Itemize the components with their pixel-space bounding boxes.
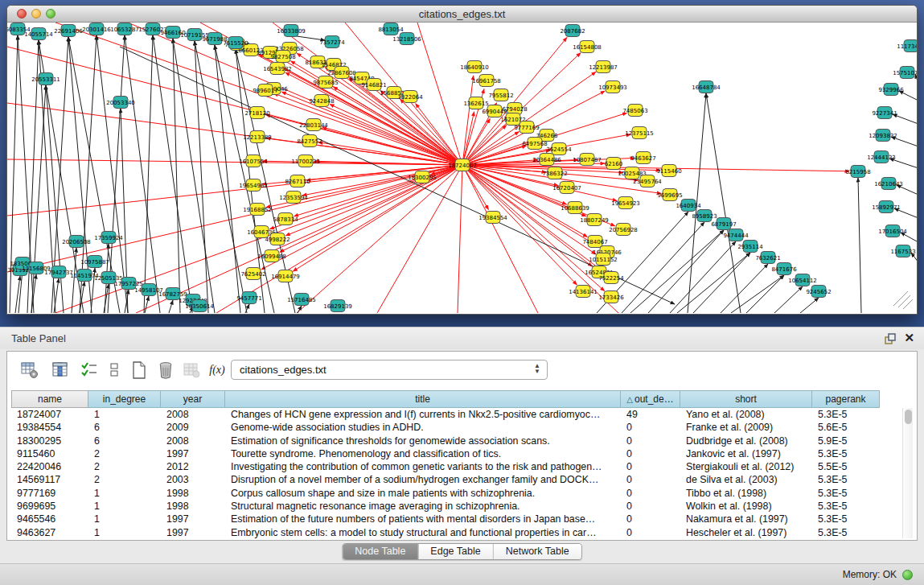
import-table-button[interactable] — [180, 359, 203, 381]
cell-in_degree: 1 — [88, 487, 161, 500]
tab-network-table[interactable]: Network Table — [493, 544, 581, 559]
graph-edge[interactable] — [462, 165, 605, 291]
graph-edge[interactable] — [72, 248, 76, 313]
table-row[interactable]: 946362711997Embryonic stem cells: a mode… — [11, 526, 880, 539]
column-header-out_de[interactable]: △out_de… — [621, 390, 680, 408]
graph-node-label: 7522254 — [598, 275, 624, 282]
graph-node-label: 5878334 — [273, 216, 298, 223]
graph-edge[interactable] — [145, 296, 149, 313]
table-row[interactable]: 969969511998Structural magnetic resonanc… — [11, 500, 880, 513]
graph-edge[interactable] — [195, 41, 208, 313]
column-header-title[interactable]: title — [225, 390, 621, 408]
desktop-background: citations_edges.txt 18724007183002951938… — [0, 0, 924, 327]
graph-edge[interactable] — [400, 99, 462, 165]
network-view-window: citations_edges.txt 18724007183002951938… — [6, 5, 918, 315]
close-panel-icon[interactable]: ✕ — [904, 331, 914, 345]
graph-edge[interactable] — [458, 165, 462, 313]
delete-column-button[interactable] — [154, 359, 177, 381]
tab-edge-table[interactable]: Edge Table — [417, 544, 492, 559]
graph-node-label: 18640910 — [460, 64, 489, 71]
graph-node-label: 9699695 — [657, 192, 682, 199]
graph-edge[interactable] — [622, 222, 704, 313]
table-row[interactable]: 946554611997Estimation of the future num… — [11, 513, 880, 525]
cell-name: 22420046 — [11, 460, 88, 473]
graph-edge[interactable] — [297, 165, 462, 313]
graph-edge[interactable] — [297, 53, 462, 165]
graph-edge[interactable] — [7, 159, 462, 165]
graph-node-label: 7484067 — [582, 239, 607, 245]
graph-edge[interactable] — [693, 253, 750, 313]
vertical-scrollbar[interactable] — [902, 408, 913, 538]
graph-node-label: 2718120 — [244, 110, 269, 117]
graph-node-label: 12213389 — [243, 134, 272, 141]
graph-node-label: 7386322 — [542, 171, 567, 177]
function-builder-button[interactable]: f(x) — [206, 359, 228, 381]
cell-pagerank: 5.3E-5 — [812, 473, 880, 486]
cell-year: 2008 — [161, 408, 225, 421]
graph-node-label: 16033809 — [277, 28, 306, 35]
graph-edge[interactable] — [31, 85, 46, 313]
table-row[interactable]: 1456911722003Disruption of a novel membe… — [11, 473, 880, 486]
cell-pagerank: 5.3E-5 — [812, 408, 880, 421]
show-columns-button[interactable] — [49, 359, 72, 381]
citation-network-graph[interactable]: 1872400718300295193845547463822866012389… — [7, 23, 917, 313]
graph-node-label: 14136141 — [569, 289, 598, 295]
graph-edge[interactable] — [417, 23, 462, 165]
cell-name: 14569117 — [11, 473, 88, 486]
select-columns-button[interactable] — [78, 359, 101, 381]
column-header-name[interactable]: name — [11, 390, 88, 408]
graph-node-label: 20364486 — [532, 157, 561, 163]
graph-edge[interactable] — [120, 47, 675, 304]
graph-node-label: 16829139 — [323, 303, 352, 310]
table-row[interactable]: 977716911998Corpus callosum shape and si… — [11, 487, 880, 500]
graph-edge[interactable] — [462, 76, 474, 165]
graph-node-label: 8958923 — [692, 213, 717, 220]
graph-edge[interactable] — [462, 165, 488, 210]
create-column-button[interactable] — [128, 359, 150, 381]
graph-node-label: 18724007 — [448, 163, 477, 169]
graph-edge[interactable] — [144, 35, 153, 313]
window-titlebar[interactable]: citations_edges.txt — [7, 6, 917, 23]
table-row[interactable]: 1830029562008Estimation of significance … — [11, 435, 880, 447]
graph-node-label: 9457771 — [236, 295, 261, 302]
graph-edge[interactable] — [273, 93, 462, 165]
graph-edge[interactable] — [630, 230, 724, 313]
table-row[interactable]: 2242004622012Investigating the contribut… — [11, 460, 880, 473]
cell-in_degree: 1 — [88, 408, 161, 421]
graph-edge[interactable] — [153, 35, 192, 313]
tab-node-table[interactable]: Node Table — [343, 544, 417, 559]
graph-node-label: 19654962 — [239, 183, 268, 189]
cell-pagerank: 5.3E-5 — [812, 526, 880, 539]
network-canvas[interactable]: 1872400718300295193845547463822866012389… — [7, 23, 917, 314]
graph-edge[interactable] — [169, 300, 173, 313]
window-resize-grip-icon[interactable] — [898, 295, 910, 307]
graph-edge[interactable] — [277, 57, 462, 165]
float-panel-icon[interactable] — [884, 332, 897, 345]
table-row[interactable]: 911546021997Tourette syndrome. Phenomeno… — [11, 447, 880, 460]
table-row[interactable]: 1872400712008Changes of HCN gene express… — [11, 408, 880, 421]
table-tabs: Node Table Edge Table Network Table — [342, 543, 581, 560]
graph-edge[interactable] — [706, 93, 741, 313]
graph-edge[interactable] — [774, 286, 803, 313]
graph-node-label: 1822064 — [397, 94, 423, 101]
graph-node-label: 15892971 — [872, 204, 901, 211]
column-header-in_degree[interactable]: in_degree — [88, 390, 161, 408]
graph-node-label: 9146821 — [361, 82, 386, 89]
cell-title: Estimation of the future numbers of pati… — [225, 513, 621, 525]
scrollbar-thumb[interactable] — [905, 410, 912, 424]
graph-edge[interactable] — [18, 270, 23, 313]
graph-node-label: 10151152 — [589, 257, 618, 263]
memory-status-label: Memory: OK — [843, 569, 897, 580]
window-resize-grip-icon[interactable] — [893, 291, 908, 306]
table-row[interactable]: 1938455462009Genome-wide association stu… — [11, 421, 880, 434]
graph-edge[interactable] — [858, 178, 861, 313]
column-header-year[interactable]: year — [161, 390, 225, 408]
graph-edge[interactable] — [800, 298, 819, 313]
graph-edge[interactable] — [125, 35, 160, 313]
graph-edge[interactable] — [215, 45, 240, 313]
network-file-select[interactable]: citations_edges.txt ▲▼ — [231, 360, 548, 380]
column-header-pagerank[interactable]: pagerank — [812, 390, 880, 408]
column-header-short[interactable]: short — [680, 390, 812, 408]
row-height-button[interactable] — [103, 359, 125, 381]
table-mode-button[interactable] — [18, 359, 41, 381]
